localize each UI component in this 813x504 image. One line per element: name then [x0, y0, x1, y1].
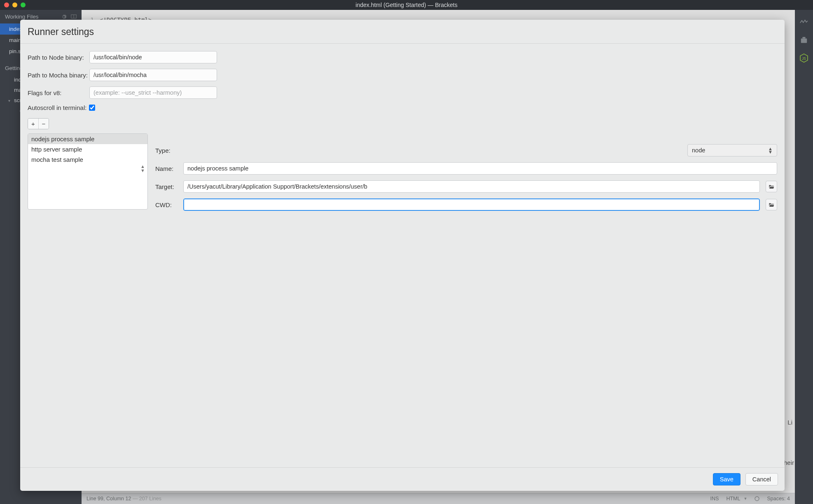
node-path-input[interactable]: [89, 51, 217, 63]
select-chevron-icon: ▲▼: [768, 147, 773, 154]
autoscroll-label: Autoscroll in terminal:: [28, 104, 86, 111]
add-remove-runner-group: + −: [28, 118, 49, 129]
autoscroll-checkbox[interactable]: [89, 105, 95, 111]
list-scroll-stepper[interactable]: ▲▼: [140, 164, 145, 173]
dialog-title: Runner settings: [28, 26, 777, 37]
live-preview-icon[interactable]: [799, 17, 808, 26]
window-titlebar: index.html (Getting Started) — Brackets: [0, 0, 813, 10]
name-input[interactable]: [183, 162, 777, 175]
v8-flags-input[interactable]: [89, 86, 217, 99]
folder-open-icon: [769, 184, 774, 189]
minus-icon: −: [42, 120, 46, 127]
dialog-footer: Save Cancel: [20, 467, 785, 491]
cancel-button[interactable]: Cancel: [745, 473, 778, 485]
runner-list-item[interactable]: nodejs process sample: [28, 134, 147, 144]
cwd-label: CWD:: [155, 201, 178, 208]
extension-manager-icon[interactable]: [799, 35, 808, 44]
working-files-label: Working Files: [5, 14, 39, 20]
mocha-path-input[interactable]: [89, 69, 217, 81]
remove-runner-button[interactable]: −: [38, 119, 49, 129]
type-label: Type:: [155, 147, 178, 154]
type-select-value: node: [692, 147, 705, 154]
save-button[interactable]: Save: [713, 473, 741, 485]
type-select[interactable]: node ▲▼: [687, 144, 777, 156]
cwd-input[interactable]: [183, 198, 760, 211]
plus-icon: +: [31, 120, 35, 127]
node-path-label: Path to Node binary:: [28, 54, 89, 61]
browse-cwd-button[interactable]: [766, 199, 777, 210]
svg-rect-4: [802, 37, 805, 39]
target-label: Target:: [155, 183, 178, 190]
browse-target-button[interactable]: [766, 181, 777, 192]
nodejs-icon[interactable]: JS: [799, 54, 808, 63]
folder-open-icon: [769, 202, 774, 207]
runner-list-item[interactable]: mocha test sample: [28, 154, 147, 165]
svg-rect-3: [801, 38, 807, 43]
runner-detail-panel: Type: node ▲▼ Name: Target: CWD:: [155, 133, 777, 217]
runner-settings-dialog: Runner settings Path to Node binary: Pat…: [20, 20, 785, 491]
svg-text:JS: JS: [802, 57, 806, 61]
split-view-icon[interactable]: [71, 14, 77, 20]
chevron-down-icon: ▼: [140, 168, 145, 173]
name-label: Name:: [155, 165, 178, 172]
gear-icon[interactable]: [61, 14, 67, 20]
v8-flags-label: Flags for v8:: [28, 89, 89, 96]
mocha-path-label: Path to Mocha binary:: [28, 72, 89, 79]
window-title: index.html (Getting Started) — Brackets: [0, 2, 813, 8]
target-input[interactable]: [183, 180, 760, 193]
dialog-header: Runner settings: [20, 20, 785, 44]
right-toolbar: JS: [795, 10, 813, 504]
runner-list[interactable]: nodejs process sample http server sample…: [28, 133, 148, 210]
runner-list-item[interactable]: http server sample: [28, 144, 147, 154]
dialog-body: Path to Node binary: Path to Mocha binar…: [20, 44, 785, 467]
add-runner-button[interactable]: +: [28, 119, 38, 129]
